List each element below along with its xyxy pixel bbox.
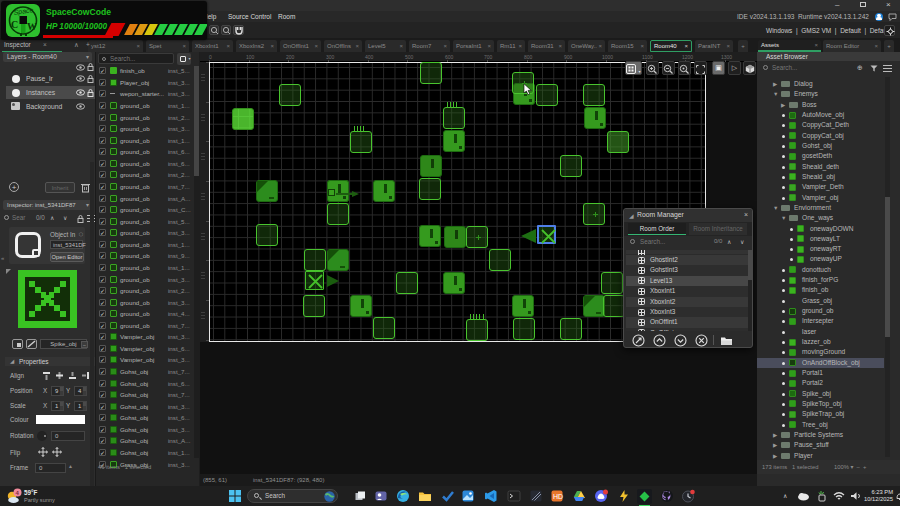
svg-text:W: W xyxy=(27,21,37,32)
svg-text:Space: Space xyxy=(13,6,34,17)
svg-text:HD: HD xyxy=(553,493,563,500)
svg-text:C: C xyxy=(11,19,18,30)
